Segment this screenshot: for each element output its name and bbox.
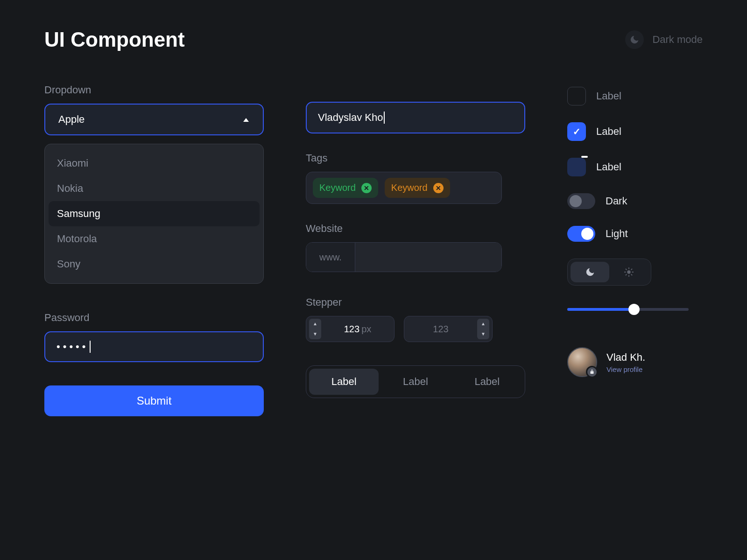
slider[interactable] xyxy=(567,302,689,316)
segmented-item-1[interactable]: Label xyxy=(381,369,450,395)
theme-light-button[interactable] xyxy=(609,262,648,282)
checkbox-row-checked: ✓ Label xyxy=(567,122,689,141)
chevron-up-icon[interactable]: ▲ xyxy=(313,322,317,326)
dropdown-option-samsung[interactable]: Samsung xyxy=(49,201,260,226)
chevron-up-icon xyxy=(242,113,250,126)
minus-icon xyxy=(581,156,588,158)
moon-icon xyxy=(625,30,644,49)
website-prefix: www. xyxy=(306,243,355,272)
segmented-item-0[interactable]: Label xyxy=(309,369,379,395)
toggle-dark-row: Dark xyxy=(567,193,689,209)
dark-mode-label: Dark mode xyxy=(652,34,703,46)
segmented-item-2[interactable]: Label xyxy=(452,369,522,395)
slider-fill xyxy=(567,308,634,311)
checkbox-label: Label xyxy=(596,126,621,138)
checkbox-label: Label xyxy=(596,90,621,102)
stepper-placeholder[interactable]: 123 ▲ ▼ xyxy=(404,316,493,342)
checkbox-indeterminate[interactable] xyxy=(567,158,586,176)
password-value: ••••• xyxy=(56,341,89,353)
dropdown-menu: Xiaomi Nokia Samsung Motorola Sony xyxy=(44,144,264,284)
view-profile-link[interactable]: View profile xyxy=(606,365,645,373)
dropdown-option-nokia[interactable]: Nokia xyxy=(49,176,260,201)
tags-label: Tags xyxy=(306,152,525,164)
stepper-arrows[interactable]: ▲ ▼ xyxy=(309,319,321,339)
text-caret xyxy=(384,112,385,124)
svg-line-8 xyxy=(631,269,632,269)
tag-text: Keyword xyxy=(391,182,428,193)
toggle-label: Dark xyxy=(606,195,627,207)
profile-info: Vlad Kh. View profile xyxy=(606,351,645,373)
chevron-up-icon[interactable]: ▲ xyxy=(481,322,486,326)
header: UI Component Dark mode xyxy=(44,28,703,51)
tag-orange[interactable]: Keyword ✕ xyxy=(385,178,450,198)
toggle-light-row: Light xyxy=(567,226,689,242)
text-caret xyxy=(90,341,91,353)
stepper-placeholder-value: 123 xyxy=(404,324,477,335)
toggle-label: Light xyxy=(606,228,628,240)
stepper-label: Stepper xyxy=(306,296,525,308)
column-left: Dropdown Apple Xiaomi Nokia Samsung Moto… xyxy=(44,84,264,416)
dropdown-label: Dropdown xyxy=(44,84,264,96)
profile-card: Vlad Kh. View profile xyxy=(567,347,689,377)
password-label: Password xyxy=(44,312,264,324)
chevron-down-icon[interactable]: ▼ xyxy=(481,332,486,336)
chevron-down-icon[interactable]: ▼ xyxy=(313,332,317,336)
svg-line-7 xyxy=(626,274,626,275)
avatar[interactable] xyxy=(567,347,597,377)
close-icon[interactable]: ✕ xyxy=(361,183,372,193)
tag-text: Keyword xyxy=(319,182,356,193)
segmented-control: Label Label Label xyxy=(306,365,525,398)
svg-line-5 xyxy=(626,269,626,269)
toggle-light[interactable] xyxy=(567,226,595,242)
profile-name: Vlad Kh. xyxy=(606,351,645,364)
stepper-value: 123px xyxy=(321,324,394,335)
dropdown-option-motorola[interactable]: Motorola xyxy=(49,226,260,252)
theme-dark-button[interactable] xyxy=(571,262,609,282)
checkbox-row-indeterminate: Label xyxy=(567,158,689,176)
dropdown-selected: Apple xyxy=(58,113,85,126)
dark-mode-indicator[interactable]: Dark mode xyxy=(625,30,703,49)
checkbox-checked[interactable]: ✓ xyxy=(567,122,586,141)
checkbox-row-unchecked: Label xyxy=(567,87,689,105)
dropdown-option-xiaomi[interactable]: Xiaomi xyxy=(49,151,260,176)
website-label: Website xyxy=(306,223,525,235)
lock-icon xyxy=(586,366,598,378)
toggle-knob xyxy=(581,228,593,240)
stepper-active[interactable]: ▲ ▼ 123px xyxy=(306,316,395,342)
slider-knob[interactable] xyxy=(628,304,640,315)
dropdown-trigger[interactable]: Apple xyxy=(44,104,264,135)
password-input[interactable]: ••••• xyxy=(44,331,264,362)
website-input[interactable] xyxy=(355,243,501,272)
website-input-group: www. xyxy=(306,242,502,272)
close-icon[interactable]: ✕ xyxy=(433,183,444,193)
toggle-dark[interactable] xyxy=(567,193,595,209)
svg-point-0 xyxy=(627,270,630,273)
page-title: UI Component xyxy=(44,28,185,51)
column-middle: Vladyslav Kho Tags Keyword ✕ Keyword ✕ W… xyxy=(306,84,525,416)
column-right: Label ✓ Label Label Dark Light xyxy=(567,87,689,416)
slider-track xyxy=(567,308,689,311)
name-input-value: Vladyslav Kho xyxy=(318,112,383,124)
submit-button[interactable]: Submit xyxy=(44,385,264,416)
tag-green[interactable]: Keyword ✕ xyxy=(313,178,378,198)
name-input[interactable]: Vladyslav Kho xyxy=(306,102,525,133)
theme-segmented xyxy=(567,259,651,286)
checkbox-label: Label xyxy=(596,161,621,173)
svg-line-6 xyxy=(631,274,632,275)
dropdown-option-sony[interactable]: Sony xyxy=(49,252,260,277)
tags-container: Keyword ✕ Keyword ✕ xyxy=(306,172,502,204)
toggle-knob xyxy=(570,195,582,207)
check-icon: ✓ xyxy=(573,126,581,137)
checkbox-unchecked[interactable] xyxy=(567,87,586,105)
stepper-arrows[interactable]: ▲ ▼ xyxy=(477,319,489,339)
